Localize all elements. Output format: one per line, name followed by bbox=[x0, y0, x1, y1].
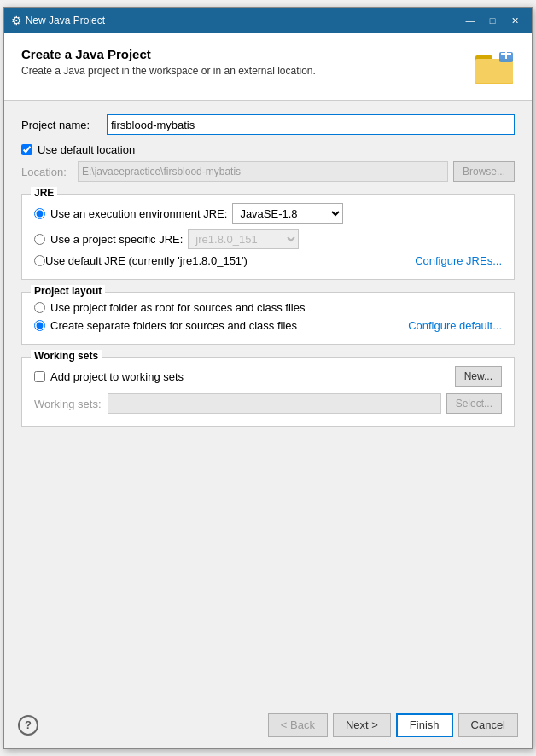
working-sets-title: Working sets bbox=[31, 350, 102, 362]
layout-option2-row: Create separate folders for sources and … bbox=[34, 319, 502, 332]
next-button[interactable]: Next > bbox=[333, 713, 391, 737]
window-icon: ⚙ bbox=[11, 14, 22, 27]
new-working-set-button[interactable]: New... bbox=[455, 366, 502, 387]
back-button[interactable]: < Back bbox=[268, 713, 328, 737]
close-button[interactable]: ✕ bbox=[504, 13, 525, 28]
use-default-location-checkbox[interactable] bbox=[21, 144, 32, 155]
footer-buttons: < Back Next > Finish Cancel bbox=[268, 713, 518, 737]
jre-env-dropdown[interactable]: JavaSE-1.8 bbox=[232, 203, 343, 224]
layout-option1-row: Use project folder as root for sources a… bbox=[34, 301, 502, 314]
jre-default-label: Use default JRE (currently 'jre1.8.0_151… bbox=[45, 254, 248, 267]
restore-button[interactable]: □ bbox=[482, 13, 503, 28]
jre-specific-radio[interactable] bbox=[34, 234, 45, 245]
minimize-button[interactable]: — bbox=[460, 13, 481, 28]
jre-section-title: JRE bbox=[31, 187, 57, 199]
header-section: Create a Java Project Create a Java proj… bbox=[4, 33, 532, 101]
select-working-set-button[interactable]: Select... bbox=[446, 393, 502, 414]
configure-default-link[interactable]: Configure default... bbox=[408, 319, 502, 332]
cancel-button[interactable]: Cancel bbox=[458, 713, 518, 737]
layout-folders-radio[interactable] bbox=[34, 320, 45, 331]
layout-root-label: Use project folder as root for sources a… bbox=[50, 301, 305, 314]
configure-jres-link[interactable]: Configure JREs... bbox=[415, 254, 502, 267]
folder-icon bbox=[474, 47, 515, 88]
dialog-subtitle: Create a Java project in the workspace o… bbox=[21, 65, 316, 77]
jre-env-label: Use an execution environment JRE: bbox=[50, 207, 227, 220]
use-default-location-label: Use default location bbox=[38, 143, 135, 156]
jre-env-radio[interactable] bbox=[34, 208, 45, 219]
dialog-title: Create a Java Project bbox=[21, 47, 316, 61]
project-name-row: Project name: bbox=[21, 114, 515, 135]
title-bar: ⚙ New Java Project — □ ✕ bbox=[4, 8, 532, 33]
project-layout-section: Project layout Use project folder as roo… bbox=[21, 292, 515, 345]
location-label: Location: bbox=[21, 166, 73, 178]
location-row: Location: Browse... bbox=[21, 161, 515, 182]
use-default-location-row: Use default location bbox=[21, 143, 515, 156]
add-to-working-sets-row: Add project to working sets New... bbox=[34, 366, 502, 387]
jre-specific-label: Use a project specific JRE: bbox=[50, 233, 183, 246]
finish-button[interactable]: Finish bbox=[396, 713, 453, 737]
jre-default-radio[interactable] bbox=[34, 255, 45, 266]
jre-specific-dropdown[interactable]: jre1.8.0_151 bbox=[188, 229, 299, 249]
footer: ? < Back Next > Finish Cancel bbox=[4, 701, 532, 748]
working-sets-section: Working sets Add project to working sets… bbox=[21, 357, 515, 427]
jre-option2-row: Use a project specific JRE: jre1.8.0_151 bbox=[34, 229, 502, 249]
add-to-working-sets-checkbox[interactable] bbox=[34, 371, 45, 382]
help-button[interactable]: ? bbox=[18, 715, 38, 736]
jre-section: JRE Use an execution environment JRE: Ja… bbox=[21, 194, 515, 280]
project-name-input[interactable] bbox=[107, 114, 515, 135]
layout-root-radio[interactable] bbox=[34, 302, 45, 313]
project-layout-title: Project layout bbox=[31, 285, 105, 297]
project-name-label: Project name: bbox=[21, 119, 107, 131]
window-controls: — □ ✕ bbox=[460, 13, 525, 28]
window-title: New Java Project bbox=[26, 15, 460, 26]
browse-button[interactable]: Browse... bbox=[453, 161, 515, 182]
working-sets-label: Working sets: bbox=[34, 398, 102, 410]
location-input bbox=[78, 161, 448, 182]
jre-option3-row: Use default JRE (currently 'jre1.8.0_151… bbox=[34, 254, 502, 267]
svg-rect-2 bbox=[475, 59, 513, 83]
layout-folders-label: Create separate folders for sources and … bbox=[50, 319, 408, 332]
working-sets-input bbox=[108, 393, 441, 414]
add-to-working-sets-label: Add project to working sets bbox=[50, 370, 455, 383]
jre-option1-row: Use an execution environment JRE: JavaSE… bbox=[34, 203, 502, 224]
content-area: Project name: Use default location Locat… bbox=[4, 101, 532, 701]
header-text: Create a Java Project Create a Java proj… bbox=[21, 47, 316, 77]
main-window: ⚙ New Java Project — □ ✕ Create a Java P… bbox=[3, 7, 533, 749]
working-sets-row2: Working sets: Select... bbox=[34, 393, 502, 414]
